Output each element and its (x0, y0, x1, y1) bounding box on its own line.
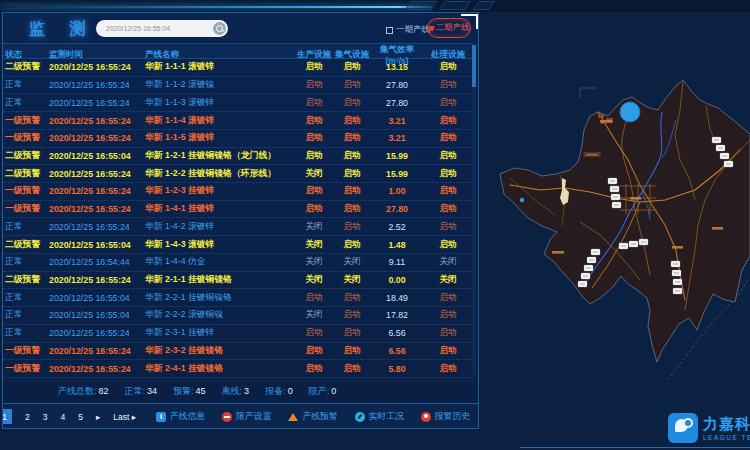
row-efficiency: 6.56 (371, 346, 423, 356)
table-row[interactable]: 一级预警2020/12/25 16:55:24华新 1-4-1 挂镀锌启动启动2… (3, 201, 473, 219)
row-production: 启动 (295, 363, 333, 375)
row-status: 二级预警 (3, 274, 47, 286)
table-row[interactable]: 正常2020/12/25 16:55:24华新 1-1-3 滚镀锌启动启动27.… (3, 94, 473, 112)
action-buttons: i产线信息限产设置产线预警实时工况报警历史 (156, 411, 470, 423)
page-number[interactable]: 3 (43, 412, 48, 422)
table-row[interactable]: 二级预警2020/12/25 16:55:04华新 1-4-3 滚镀锌关闭启动1… (3, 236, 473, 254)
brand-logo: 力嘉科技 LEAGUE TECH (668, 410, 750, 446)
table-row[interactable]: 二级预警2020/12/25 16:55:04华新 1-2-1 挂镀铜镍铬（龙门… (3, 148, 473, 166)
row-gas: 启动 (333, 363, 371, 375)
action-button[interactable]: 产线预警 (288, 411, 337, 423)
row-line-name: 华新 2-3-2 挂镀镍铬 (143, 345, 295, 357)
brand-name: 力嘉科技 (703, 415, 750, 434)
row-efficiency: 27.80 (371, 80, 423, 90)
row-treatment: 关闭 (423, 274, 473, 286)
row-time: 2020/12/25 16:55:24 (47, 222, 143, 232)
table-row[interactable]: 正常2020/12/25 16:55:04华新 2-2-1 挂镀铜镍铬启动启动1… (3, 289, 473, 307)
row-production: 启动 (295, 292, 333, 304)
row-efficiency: 18.49 (371, 293, 423, 303)
row-treatment: 启动 (423, 239, 473, 251)
row-efficiency: 15.99 (371, 169, 423, 179)
table-row[interactable]: 二级预警2020/12/25 16:55:24华新 1-1-1 滚镀锌启动启动1… (3, 59, 473, 77)
search-box[interactable] (96, 20, 228, 37)
row-line-name: 华新 1-1-1 滚镀锌 (143, 61, 295, 73)
row-time: 2020/12/25 16:55:24 (47, 275, 143, 285)
scrollbar-thumb[interactable] (472, 45, 476, 87)
row-gas: 启动 (333, 79, 371, 91)
summary-label: 产线总数: (58, 386, 97, 396)
phase1-checkbox[interactable]: 一期产线 (386, 24, 430, 36)
row-treatment: 启动 (423, 132, 473, 144)
row-status: 正常 (3, 256, 47, 268)
row-treatment: 启动 (423, 221, 473, 233)
row-treatment: 启动 (423, 115, 473, 127)
summary-bar: 产线总数:82正常:34预警:45离线:3报备:0限产:0 (58, 383, 478, 399)
row-efficiency: 0.00 (371, 275, 423, 285)
monitoring-panel: 监 测 一期产线 二期产线 状态 监测时间 产线名称 生产设施 集气设施 集气效… (2, 12, 479, 429)
row-efficiency: 6.56 (371, 328, 423, 338)
row-line-name: 华新 1-4-2 滚镀锌 (143, 221, 295, 233)
row-efficiency: 27.80 (371, 98, 423, 108)
page-current[interactable]: 1 (2, 409, 12, 424)
row-time: 2020/12/25 16:55:24 (47, 133, 143, 143)
table-scrollbar[interactable] (472, 45, 476, 375)
search-icon[interactable] (213, 22, 226, 35)
top-decor-shape (405, 1, 437, 10)
action-button[interactable]: 实时工况 (355, 411, 404, 423)
row-status: 一级预警 (3, 185, 47, 197)
page-number[interactable]: 4 (60, 412, 65, 422)
row-time: 2020/12/25 16:55:24 (47, 346, 143, 356)
top-decor-shape (473, 1, 495, 10)
row-gas: 关闭 (333, 274, 371, 286)
phase1-label: 一期产线 (396, 24, 430, 36)
summary-item: 正常:34 (125, 385, 158, 398)
table-row[interactable]: 一级预警2020/12/25 16:55:24华新 2-4-1 挂镀镍铬启动启动… (3, 360, 473, 378)
row-production: 启动 (295, 97, 333, 109)
row-gas: 启动 (333, 132, 371, 144)
brand-logo-icon (668, 413, 698, 443)
page-number[interactable]: 2 (25, 412, 30, 422)
row-status: 一级预警 (3, 115, 47, 127)
row-time: 2020/12/25 16:55:24 (47, 116, 143, 126)
table-row[interactable]: 二级预警2020/12/25 16:55:24华新 2-1-1 挂镀铜镍铬关闭关… (3, 272, 473, 290)
page-number[interactable]: 5 (78, 412, 83, 422)
row-efficiency: 1.48 (371, 240, 423, 250)
row-production: 关闭 (295, 256, 333, 268)
action-label: 报警历史 (435, 411, 470, 423)
row-gas: 启动 (333, 203, 371, 215)
row-line-name: 华新 1-2-2 挂镀铜镍铬（环形线） (143, 168, 295, 180)
page-last-button[interactable]: Last ▸ (113, 412, 136, 422)
restrict-icon (222, 412, 232, 422)
row-treatment: 关闭 (423, 256, 473, 268)
row-status: 一级预警 (3, 203, 47, 215)
action-button[interactable]: 限产设置 (222, 411, 271, 423)
table-row[interactable]: 一级预警2020/12/25 16:55:24华新 1-1-4 滚镀锌启动启动3… (3, 112, 473, 130)
map-alert-bubble[interactable] (620, 102, 640, 122)
table-row[interactable]: 一级预警2020/12/25 16:55:24华新 1-1-5 滚镀锌启动启动3… (3, 130, 473, 148)
table-row[interactable]: 二级预警2020/12/25 16:55:24华新 1-2-2 挂镀铜镍铬（环形… (3, 165, 473, 183)
table-header: 状态 监测时间 产线名称 生产设施 集气设施 集气效率(m³/s) 处理设施 (3, 43, 473, 59)
district-map[interactable] (480, 50, 750, 410)
table-row[interactable]: 正常2020/12/25 16:55:04华新 2-2-2 滚镀铜镍关闭启动17… (3, 307, 473, 325)
row-treatment: 启动 (423, 185, 473, 197)
table-row[interactable]: 正常2020/12/25 16:55:24华新 1-1-2 滚镀镍启动启动27.… (3, 77, 473, 95)
table-row[interactable]: 正常2020/12/25 16:54:44华新 1-4-4 仿金关闭关闭9.11… (3, 254, 473, 272)
row-line-name: 华新 1-4-1 挂镀锌 (143, 203, 295, 215)
row-production: 关闭 (295, 221, 333, 233)
row-efficiency: 3.21 (371, 133, 423, 143)
page-next-icon[interactable]: ▸ (96, 412, 100, 422)
action-button[interactable]: i产线信息 (156, 411, 205, 423)
checkbox-icon[interactable] (386, 27, 393, 34)
table-row[interactable]: 正常2020/12/25 16:55:24华新 1-4-2 滚镀锌关闭启动2.5… (3, 218, 473, 236)
summary-value: 82 (99, 386, 109, 396)
summary-value: 34 (147, 386, 157, 396)
row-status: 一级预警 (3, 132, 47, 144)
table-row[interactable]: 一级预警2020/12/25 16:55:24华新 1-2-3 挂镀锌启动启动1… (3, 183, 473, 201)
action-button[interactable]: 报警历史 (421, 411, 470, 423)
row-gas: 启动 (333, 292, 371, 304)
table-row[interactable]: 正常2020/12/25 16:55:24华新 2-3-1 挂镀锌启动启动6.5… (3, 325, 473, 343)
page-title: 监 测 (29, 19, 95, 40)
panel-header: 监 测 一期产线 二期产线 (3, 13, 478, 43)
table-row[interactable]: 一级预警2020/12/25 16:55:24华新 2-3-2 挂镀镍铬启动启动… (3, 343, 473, 361)
search-input[interactable] (96, 25, 213, 32)
